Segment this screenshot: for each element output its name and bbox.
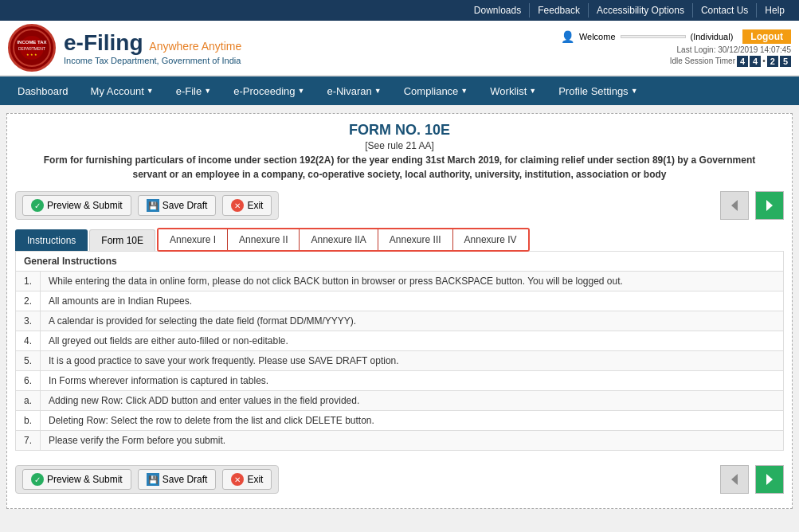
- form-title-section: FORM NO. 10E [See rule 21 AA] Form for f…: [15, 122, 784, 182]
- chevron-down-icon: ▼: [374, 87, 382, 95]
- nav-arrow-buttons: [720, 191, 784, 220]
- instruction-text: While entering the data in online form, …: [41, 272, 784, 291]
- last-login: Last Login: 30/12/2019 14:07:45: [677, 45, 791, 54]
- user-type: (Individual): [691, 32, 734, 41]
- bottom-next-button[interactable]: [755, 465, 784, 494]
- instruction-text: Please verify the Form before you submit…: [41, 431, 784, 451]
- nav-enivaran[interactable]: e-Nivaran ▼: [315, 79, 392, 104]
- next-button[interactable]: [755, 191, 784, 220]
- table-row: 3. A calendar is provided for selecting …: [16, 311, 784, 331]
- row-num: 2.: [16, 291, 41, 311]
- row-num: b.: [16, 411, 41, 431]
- timer-digit-3: 2: [767, 56, 778, 67]
- form-description: Form for furnishing particulars of incom…: [41, 153, 758, 182]
- chevron-down-icon: ▼: [147, 87, 154, 95]
- row-num: 7.: [16, 431, 41, 451]
- nav-eproceeding[interactable]: e-Proceeding ▼: [222, 79, 315, 104]
- tab-form10e[interactable]: Form 10E: [89, 229, 155, 251]
- tab-instructions[interactable]: Instructions: [15, 229, 88, 251]
- header: INCOME TAX DEPARTMENT ★ ★ ★ e-Filing Any…: [0, 21, 799, 76]
- nav-profile-settings[interactable]: Profile Settings ▼: [547, 79, 648, 104]
- table-row: 1. While entering the data in online for…: [16, 272, 784, 291]
- brand-text: e-Filing Anywhere Anytime Income Tax Dep…: [64, 30, 241, 65]
- row-num: 3.: [16, 311, 41, 331]
- svg-marker-5: [731, 200, 738, 211]
- form-title: FORM NO. 10E: [15, 122, 784, 139]
- row-num: a.: [16, 391, 41, 411]
- table-row: 7. Please verify the Form before you sub…: [16, 431, 784, 451]
- bottom-save-draft-button[interactable]: 💾 Save Draft: [138, 469, 217, 490]
- nav-my-account[interactable]: My Account ▼: [80, 79, 165, 104]
- brand-tagline: Anywhere Anytime: [149, 40, 241, 53]
- chevron-down-icon: ▼: [631, 87, 638, 95]
- highlighted-tabs-group: Annexure I Annexure II Annexure IIA Anne…: [157, 228, 530, 252]
- instructions-table: General Instructions 1. While entering t…: [15, 251, 784, 451]
- svg-text:★ ★ ★: ★ ★ ★: [26, 53, 37, 57]
- prev-button[interactable]: [720, 191, 749, 220]
- idle-timer: Idle Session Timer 4 4 • 2 5: [670, 56, 791, 67]
- timer-digit-4: 5: [780, 56, 791, 67]
- tab-annexure-i[interactable]: Annexure I: [159, 229, 228, 250]
- tab-annexure-iv[interactable]: Annexure IV: [453, 229, 528, 250]
- username-display: [621, 35, 686, 38]
- preview-submit-button[interactable]: ✓ Preview & Submit: [22, 195, 131, 216]
- instruction-text: Deleting Row: Select the row to delete f…: [41, 411, 784, 431]
- svg-marker-6: [766, 200, 773, 211]
- feedback-link[interactable]: Feedback: [530, 3, 589, 18]
- nav-compliance[interactable]: Compliance ▼: [393, 79, 480, 104]
- brand-subtitle: Income Tax Department, Government of Ind…: [64, 56, 241, 65]
- form-rule: [See rule 21 AA]: [15, 140, 784, 151]
- chevron-down-icon: ▼: [460, 87, 468, 95]
- timer-digit-2: 4: [750, 56, 761, 67]
- instruction-text: A calendar is provided for selecting the…: [41, 311, 784, 331]
- bottom-action-buttons-group: ✓ Preview & Submit 💾 Save Draft ✕ Exit: [15, 465, 279, 494]
- bottom-exit-button[interactable]: ✕ Exit: [222, 469, 272, 490]
- welcome-row: 👤 Welcome (Individual) Logout: [561, 29, 791, 44]
- checkmark-icon: ✓: [31, 473, 44, 486]
- instruction-text: All amounts are in Indian Rupees.: [41, 291, 784, 311]
- bottom-preview-submit-button[interactable]: ✓ Preview & Submit: [22, 469, 131, 490]
- nav-efile[interactable]: e-File ▼: [165, 79, 222, 104]
- top-utility-bar: Downloads Feedback Accessibility Options…: [0, 0, 799, 21]
- tabs-row: Instructions Form 10E Annexure I Annexur…: [15, 228, 784, 252]
- logo: INCOME TAX DEPARTMENT ★ ★ ★: [8, 24, 56, 72]
- row-num: 1.: [16, 272, 41, 291]
- accessibility-link[interactable]: Accessibility Options: [589, 3, 693, 18]
- timer-separator: •: [762, 57, 766, 65]
- nav-worklist[interactable]: Worklist ▼: [479, 79, 547, 104]
- table-row: a. Adding new Row: Click ADD button and …: [16, 391, 784, 411]
- main-content: FORM NO. 10E [See rule 21 AA] Form for f…: [6, 113, 793, 509]
- logout-button[interactable]: Logout: [742, 29, 791, 44]
- brand-name: e-Filing Anywhere Anytime: [64, 30, 241, 56]
- instruction-text: All greyed out fields are either auto-fi…: [41, 331, 784, 351]
- help-link[interactable]: Help: [757, 3, 793, 18]
- header-left: INCOME TAX DEPARTMENT ★ ★ ★ e-Filing Any…: [8, 24, 241, 72]
- timer-digit-1: 4: [737, 56, 748, 67]
- checkmark-icon: ✓: [31, 199, 44, 212]
- header-right: 👤 Welcome (Individual) Logout Last Login…: [561, 29, 791, 67]
- bottom-prev-button[interactable]: [720, 465, 749, 494]
- tab-annexure-iia[interactable]: Annexure IIA: [300, 229, 378, 250]
- instruction-text: In Forms wherever information is capture…: [41, 371, 784, 391]
- tab-annexure-ii[interactable]: Annexure II: [228, 229, 300, 250]
- table-row: b. Deleting Row: Select the row to delet…: [16, 411, 784, 431]
- row-num: 6.: [16, 371, 41, 391]
- save-icon: 💾: [147, 199, 159, 212]
- save-draft-button[interactable]: 💾 Save Draft: [138, 195, 217, 216]
- exit-icon: ✕: [231, 473, 244, 486]
- idle-label: Idle Session Timer: [670, 57, 735, 65]
- chevron-down-icon: ▼: [298, 87, 305, 95]
- bottom-action-buttons: ✓ Preview & Submit 💾 Save Draft ✕ Exit: [15, 459, 784, 500]
- instructions-header: General Instructions: [16, 252, 784, 272]
- nav-dashboard[interactable]: Dashboard: [6, 79, 80, 104]
- downloads-link[interactable]: Downloads: [466, 3, 530, 18]
- contact-link[interactable]: Contact Us: [693, 3, 757, 18]
- nav-bar: Dashboard My Account ▼ e-File ▼ e-Procee…: [0, 76, 799, 105]
- row-num: 5.: [16, 351, 41, 371]
- chevron-down-icon: ▼: [204, 87, 211, 95]
- exit-button[interactable]: ✕ Exit: [222, 195, 272, 216]
- instruction-text: It is a good practice to save your work …: [41, 351, 784, 371]
- svg-marker-8: [766, 474, 773, 485]
- tab-annexure-iii[interactable]: Annexure III: [378, 229, 453, 250]
- instruction-text: Adding new Row: Click ADD button and ent…: [41, 391, 784, 411]
